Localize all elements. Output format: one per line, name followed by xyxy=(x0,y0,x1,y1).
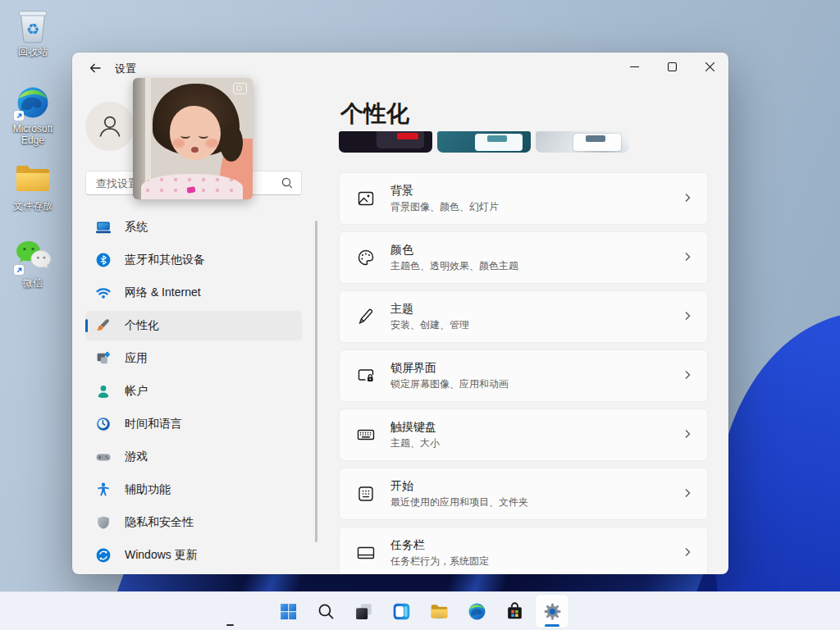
edge-icon xyxy=(467,601,487,622)
settings-gear-icon xyxy=(542,601,563,622)
sidebar-item-label: 系统 xyxy=(125,220,148,235)
settings-row-start[interactable]: 开始最近使用的应用和项目、文件夹 xyxy=(339,468,708,520)
edge-icon xyxy=(14,84,52,121)
settings-row-taskbar[interactable]: 任务栏任务栏行为，系统固定 xyxy=(339,527,708,574)
chevron-right-icon xyxy=(682,250,692,265)
sidebar-item-label: 辅助功能 xyxy=(125,482,171,497)
taskbar-edge-button[interactable] xyxy=(460,595,493,628)
chevron-right-icon xyxy=(682,368,692,383)
minimize-icon xyxy=(630,62,639,71)
time-language-icon xyxy=(95,416,112,432)
sidebar-item-network[interactable]: 网络 & Internet xyxy=(85,278,302,308)
sidebar-item-accessibility[interactable]: 辅助功能 xyxy=(85,475,302,504)
taskbar-widgets-button[interactable] xyxy=(385,595,418,628)
settings-row-background[interactable]: 背景背景图像、颜色、幻灯片 xyxy=(339,172,708,225)
sidebar-item-privacy[interactable]: 隐私和安全性 xyxy=(85,508,302,537)
close-button[interactable] xyxy=(691,52,728,80)
photo-badge-icon xyxy=(233,83,247,94)
row-subtitle: 主题色、透明效果、颜色主题 xyxy=(390,259,518,273)
avatar[interactable] xyxy=(85,102,135,151)
sidebar-item-label: 游戏 xyxy=(125,450,148,464)
sidebar-item-label: 帐户 xyxy=(125,384,148,399)
taskbar-settings-button[interactable] xyxy=(536,595,568,628)
shortcut-arrow-icon xyxy=(14,265,24,275)
back-button[interactable] xyxy=(84,59,107,77)
theme-preview-strip xyxy=(339,131,708,153)
widgets-icon xyxy=(391,601,412,622)
row-subtitle: 主题、大小 xyxy=(390,436,440,450)
taskbar-start-button[interactable] xyxy=(272,595,304,628)
windows-start-icon xyxy=(278,601,299,622)
desktop-icon-microsoft-edge[interactable]: Microsoft Edge xyxy=(1,84,65,153)
taskbar-search-button[interactable] xyxy=(309,595,342,628)
row-title: 锁屏界面 xyxy=(390,361,509,376)
sidebar-item-apps[interactable]: 应用 xyxy=(85,344,302,373)
folder-icon xyxy=(14,161,52,199)
background-icon xyxy=(356,189,376,208)
close-icon xyxy=(705,62,714,71)
desktop-icon-label: 回收站 xyxy=(18,46,48,57)
sidebar-item-time-language[interactable]: 时间和语言 xyxy=(85,409,302,439)
desktop-icon-file-folder[interactable]: 文件存放 xyxy=(1,161,65,230)
wechat-icon xyxy=(14,238,52,276)
desktop-icon-label: 文件存放 xyxy=(13,200,52,212)
chevron-right-icon xyxy=(682,191,692,206)
desktop-icon-wechat[interactable]: 微信 xyxy=(1,238,65,307)
sidebar-nav: 系统 蓝牙和其他设备 网络 & Internet 个性化 应用 帐户 时间和语言 xyxy=(85,212,302,573)
row-subtitle: 最近使用的应用和项目、文件夹 xyxy=(390,495,528,509)
system-icon xyxy=(95,219,112,235)
sidebar-item-label: 应用 xyxy=(125,351,148,366)
network-icon xyxy=(95,285,112,301)
accessibility-icon xyxy=(95,482,112,498)
desktop-icon-recycle-bin[interactable]: ♻ 回收站 xyxy=(1,7,65,75)
theme-mini-window xyxy=(377,131,424,148)
theme-card-dark[interactable] xyxy=(339,131,432,153)
theme-card-teal[interactable] xyxy=(437,131,531,153)
sidebar-item-windows-update[interactable]: Windows 更新 xyxy=(85,541,302,570)
settings-row-lock-screen[interactable]: 锁屏界面锁定屏幕图像、应用和动画 xyxy=(339,349,708,402)
window-title: 设置 xyxy=(115,62,136,76)
colors-icon xyxy=(356,248,376,267)
personalization-icon xyxy=(95,317,112,334)
sidebar-scrollbar[interactable] xyxy=(315,221,317,542)
sidebar-item-bluetooth[interactable]: 蓝牙和其他设备 xyxy=(85,245,302,275)
sidebar-item-personalization[interactable]: 个性化 xyxy=(85,311,302,340)
back-arrow-icon xyxy=(89,62,102,74)
lock-screen-icon xyxy=(356,366,376,386)
settings-window: 设置 系统 蓝牙和其他设备 网络 & Internet 个性化 应用 xyxy=(72,52,728,574)
privacy-icon xyxy=(95,514,112,531)
row-title: 开始 xyxy=(390,479,528,494)
settings-row-touch-keyboard[interactable]: 触摸键盘主题、大小 xyxy=(339,409,708,461)
theme-mini-window xyxy=(475,134,523,151)
theme-card-light[interactable] xyxy=(536,131,629,153)
desktop-icon-column: ♻ 回收站 Microsoft Edge 文件存放 微信 xyxy=(1,7,65,307)
microsoft-store-icon xyxy=(504,601,525,622)
task-view-icon xyxy=(354,601,374,622)
sidebar-item-gaming[interactable]: 游戏 xyxy=(85,442,302,472)
sidebar-item-label: 个性化 xyxy=(125,318,159,333)
person-icon xyxy=(92,108,128,144)
sidebar-item-accounts[interactable]: 帐户 xyxy=(85,377,302,406)
floating-photo[interactable] xyxy=(133,78,253,199)
settings-row-themes[interactable]: 主题安装、创建、管理 xyxy=(339,290,708,343)
desktop-icon-label: Microsoft Edge xyxy=(3,123,62,146)
themes-icon xyxy=(356,307,376,326)
taskbar xyxy=(0,591,840,630)
row-title: 任务栏 xyxy=(390,538,489,553)
row-title: 背景 xyxy=(390,184,499,199)
shortcut-arrow-icon xyxy=(14,111,24,121)
gaming-icon xyxy=(95,449,112,465)
settings-row-colors[interactable]: 颜色主题色、透明效果、颜色主题 xyxy=(339,231,708,284)
taskbar-task-view-button[interactable] xyxy=(347,595,380,628)
sidebar-item-label: 隐私和安全性 xyxy=(125,515,194,530)
maximize-button[interactable] xyxy=(653,52,691,80)
row-title: 主题 xyxy=(390,302,469,317)
minimize-button[interactable] xyxy=(615,52,653,80)
touch-keyboard-icon xyxy=(356,425,376,445)
sidebar-item-system[interactable]: 系统 xyxy=(85,212,302,242)
taskbar-file-explorer-button[interactable] xyxy=(422,595,455,628)
sidebar-item-label: 时间和语言 xyxy=(125,417,182,431)
stray-mark xyxy=(226,624,234,626)
settings-list: 背景背景图像、颜色、幻灯片 颜色主题色、透明效果、颜色主题 主题安装、创建、管理… xyxy=(339,172,708,574)
taskbar-store-button[interactable] xyxy=(498,595,531,628)
